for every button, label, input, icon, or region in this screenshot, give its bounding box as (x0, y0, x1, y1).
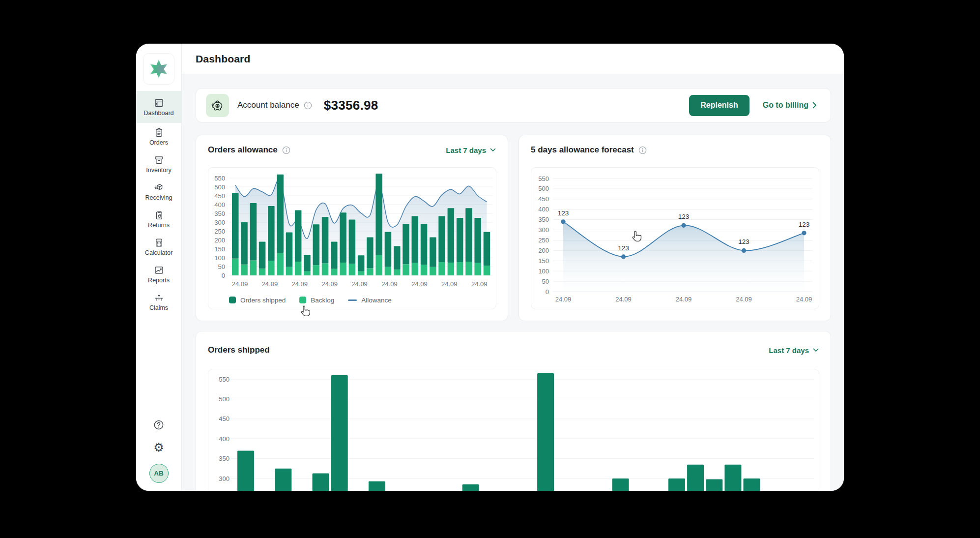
sidebar: DashboardOrdersInventoryReceivingReturns… (136, 44, 182, 491)
calculator-icon (154, 238, 164, 248)
svg-text:24.09: 24.09 (441, 280, 458, 288)
svg-text:0: 0 (546, 288, 549, 296)
sidebar-item-returns[interactable]: Returns (136, 206, 181, 233)
svg-text:150: 150 (214, 245, 225, 253)
sidebar-item-calculator[interactable]: Calculator (136, 233, 181, 261)
balance-label: Account balance (237, 100, 299, 110)
card-title: 5 days allowance forecast (531, 145, 634, 155)
avatar[interactable]: AB (149, 464, 169, 483)
settings-button[interactable]: ⚙ (153, 441, 165, 453)
svg-text:24.09: 24.09 (471, 280, 488, 288)
balance-amount: $3356.98 (324, 98, 378, 113)
main-area: Dashboard $ Account balance (182, 44, 844, 491)
svg-text:123: 123 (799, 221, 810, 228)
svg-text:150: 150 (538, 257, 549, 265)
svg-text:0: 0 (222, 272, 225, 279)
sidebar-item-receiving[interactable]: Receiving (136, 178, 181, 206)
svg-text:400: 400 (538, 206, 549, 213)
orders-icon (154, 127, 164, 138)
sidebar-item-inventory[interactable]: Inventory (136, 150, 181, 178)
svg-text:350: 350 (538, 216, 549, 223)
page-title: Dashboard (196, 53, 251, 65)
account-balance-card: $ Account balance $3356.98 Replenish Go … (196, 88, 831, 122)
sidebar-item-label: Returns (148, 222, 170, 229)
sidebar-item-dashboard[interactable]: Dashboard (136, 91, 181, 123)
desktop-background: DashboardOrdersInventoryReceivingReturns… (0, 0, 980, 538)
app-window: DashboardOrdersInventoryReceivingReturns… (136, 44, 844, 491)
svg-text:24.09: 24.09 (615, 296, 632, 303)
legend-swatch (299, 297, 306, 303)
svg-text:200: 200 (538, 247, 549, 254)
go-to-billing-label: Go to billing (763, 101, 808, 110)
svg-text:350: 350 (214, 210, 225, 217)
orders-allowance-chart: 05010015020025030035040045050055024.0924… (208, 168, 496, 291)
allowance-forecast-card: 5 days allowance forecast 05010015020025… (519, 135, 831, 321)
orders-shipped-chart: 050100150200250300350400450500550 (208, 369, 819, 491)
svg-text:450: 450 (219, 415, 230, 422)
svg-text:123: 123 (738, 238, 749, 245)
sidebar-item-label: Claims (149, 304, 168, 311)
sidebar-item-label: Receiving (145, 194, 173, 201)
replenish-button[interactable]: Replenish (689, 95, 749, 116)
forecast-chart: 0501001502002503003504004505005501231231… (531, 168, 819, 309)
legend-item-orders-shipped[interactable]: Orders shipped (229, 297, 286, 304)
receiving-icon (154, 182, 164, 193)
svg-text:24.09: 24.09 (321, 280, 338, 288)
sidebar-item-label: Orders (149, 139, 168, 146)
orders-allowance-chart-box: 05010015020025030035040045050055024.0924… (208, 167, 496, 309)
app-logo[interactable] (143, 53, 174, 85)
svg-text:24.09: 24.09 (411, 280, 428, 288)
returns-icon (154, 210, 164, 220)
svg-text:50: 50 (542, 278, 549, 285)
card-title: Orders shipped (208, 345, 270, 355)
svg-text:$: $ (216, 103, 218, 108)
svg-text:24.09: 24.09 (555, 296, 572, 303)
page-header: Dashboard (182, 44, 844, 74)
svg-text:100: 100 (538, 268, 549, 275)
svg-text:500: 500 (219, 395, 230, 403)
svg-text:550: 550 (214, 175, 225, 182)
info-icon[interactable] (304, 101, 312, 110)
orders-shipped-card: Orders shipped Last 7 days 0501001502002… (196, 331, 831, 491)
legend-item-backlog[interactable]: Backlog (299, 297, 334, 304)
svg-text:250: 250 (538, 237, 549, 244)
svg-text:24.09: 24.09 (351, 280, 368, 288)
svg-text:24.09: 24.09 (796, 296, 812, 303)
svg-text:550: 550 (538, 175, 549, 182)
svg-text:200: 200 (214, 237, 225, 244)
sidebar-nav: DashboardOrdersInventoryReceivingReturns… (136, 91, 181, 316)
sidebar-footer: ⚙ AB (149, 418, 169, 483)
svg-text:123: 123 (558, 209, 569, 217)
info-icon[interactable] (282, 146, 290, 154)
svg-text:24.09: 24.09 (736, 296, 752, 303)
go-to-billing-link[interactable]: Go to billing (763, 101, 817, 110)
svg-text:300: 300 (219, 475, 230, 482)
svg-text:24.09: 24.09 (232, 280, 248, 288)
content: $ Account balance $3356.98 Replenish Go … (182, 74, 844, 491)
info-icon[interactable] (638, 146, 647, 154)
help-button[interactable] (153, 418, 165, 431)
orders-allowance-card: Orders allowance Last 7 days 050100150 (196, 135, 508, 321)
orders-shipped-chart-box: 050100150200250300350400450500550 (208, 369, 819, 491)
sidebar-item-reports[interactable]: Reports (136, 261, 181, 288)
range-dropdown[interactable]: Last 7 days (446, 146, 496, 154)
svg-text:24.09: 24.09 (676, 296, 692, 303)
chevron-down-icon (490, 148, 496, 152)
sidebar-item-claims[interactable]: Claims (136, 288, 181, 316)
forecast-chart-box: 0501001502002503003504004505005501231231… (531, 167, 819, 309)
legend-swatch (229, 297, 236, 303)
svg-text:300: 300 (214, 219, 225, 226)
legend-item-allowance[interactable]: Allowance (348, 297, 392, 304)
card-title: Orders allowance (208, 145, 278, 155)
claims-icon (154, 293, 164, 303)
sidebar-item-orders[interactable]: Orders (136, 123, 181, 150)
legend-line-swatch (348, 299, 357, 301)
svg-text:450: 450 (538, 195, 549, 203)
legend-label: Backlog (311, 297, 334, 304)
dashboard-icon (154, 98, 164, 108)
legend-label: Allowance (361, 297, 392, 304)
range-dropdown[interactable]: Last 7 days (769, 346, 819, 355)
svg-text:300: 300 (538, 226, 549, 234)
legend-label: Orders shipped (240, 297, 286, 304)
svg-text:550: 550 (219, 376, 230, 383)
